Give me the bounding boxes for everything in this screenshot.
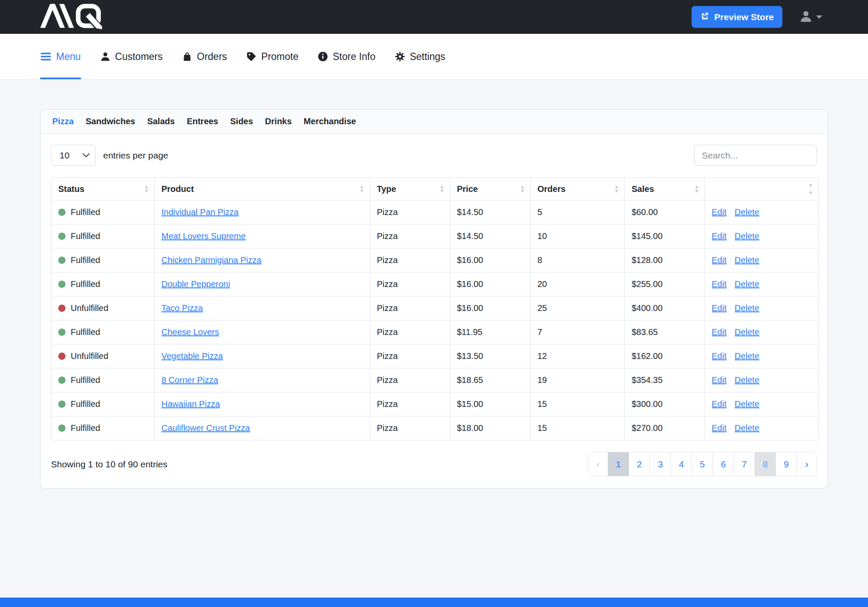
product-link[interactable]: Cauliflower Crust Pizza [161,423,250,433]
column-header-orders[interactable]: Orders▲▼ [531,178,625,200]
sales-cell: $255.00 [625,272,705,296]
sales-cell: $162.00 [625,344,705,368]
column-header-sales[interactable]: Sales▲▼ [625,178,705,200]
orders-cell: 20 [531,272,625,296]
pagination: ‹123456789› [588,452,817,476]
delete-link[interactable]: Delete [734,351,759,361]
sales-cell: $300.00 [625,392,705,416]
pagination-page-3[interactable]: 3 [650,452,671,476]
edit-link[interactable]: Edit [712,351,726,361]
delete-link[interactable]: Delete [734,255,759,265]
delete-link[interactable]: Delete [734,327,759,337]
delete-link[interactable]: Delete [734,207,759,217]
delete-link[interactable]: Delete [734,279,759,289]
edit-link[interactable]: Edit [712,207,726,217]
account-menu[interactable] [799,10,822,24]
brand-logo[interactable] [40,3,110,31]
sort-icon[interactable]: ▲▼ [439,185,444,193]
nav-item-customers[interactable]: Customers [100,34,163,79]
status-dot-icon [58,377,66,384]
pagination-next-button[interactable]: › [797,452,817,476]
sort-icon[interactable]: ▼▲ [808,182,813,195]
edit-link[interactable]: Edit [712,231,726,241]
nav-item-menu[interactable]: Menu [40,34,81,79]
edit-link[interactable]: Edit [712,303,726,313]
product-cell: Taco Pizza [155,296,370,320]
sort-icon[interactable]: ▲▼ [520,185,525,193]
product-cell: Vegetable Pizza [155,344,370,368]
delete-link[interactable]: Delete [734,303,759,313]
status-dot-icon [58,233,66,240]
price-cell: $13.50 [450,344,531,368]
price-cell: $16.00 [450,272,531,296]
status-dot-icon [58,305,66,312]
pagination-page-4[interactable]: 4 [671,452,692,476]
edit-link[interactable]: Edit [712,399,726,409]
nav-item-orders[interactable]: Orders [182,34,227,79]
sort-icon[interactable]: ▲▼ [144,185,149,193]
nav-item-promote[interactable]: Promote [246,34,298,79]
column-label: Status [58,184,84,194]
product-link[interactable]: Cheese Lovers [161,327,219,337]
tab-entrees[interactable]: Entrees [187,117,218,126]
price-cell: $14.50 [450,224,531,248]
delete-link[interactable]: Delete [734,375,759,385]
status-cell: Fulfilled [51,200,155,224]
product-link[interactable]: Chicken Parmigiana Pizza [161,255,261,265]
nav-item-settings[interactable]: Settings [395,34,445,79]
edit-link[interactable]: Edit [712,327,726,337]
delete-link[interactable]: Delete [734,399,759,409]
product-link[interactable]: Taco Pizza [161,303,203,313]
tab-pizza[interactable]: Pizza [52,117,74,126]
product-link[interactable]: Double Pepperoni [161,279,230,289]
edit-link[interactable]: Edit [712,279,726,289]
actions-cell: EditDelete [705,200,819,224]
column-header-product[interactable]: Product▲▼ [155,178,370,200]
pagination-page-7[interactable]: 7 [734,452,755,476]
pagination-page-2[interactable]: 2 [629,452,650,476]
nav-item-label: Promote [261,51,298,63]
delete-link[interactable]: Delete [734,231,759,241]
product-link[interactable]: Meat Lovers Supreme [161,231,246,241]
edit-link[interactable]: Edit [712,375,726,385]
nav-item-label: Orders [197,51,227,63]
sort-icon[interactable]: ▲▼ [614,185,619,193]
table-body: FulfilledIndividual Pan PizzaPizza$14.50… [51,200,819,440]
edit-link[interactable]: Edit [712,423,726,433]
entries-per-page-select[interactable]: 10 [51,145,96,166]
sort-icon[interactable]: ▲▼ [359,185,364,193]
products-table: Status▲▼Product▲▼Type▲▼Price▲▼Orders▲▼Sa… [51,177,819,440]
tab-sandwiches[interactable]: Sandwiches [86,117,135,126]
nav-item-store-info[interactable]: Store Info [318,34,376,79]
tab-merchandise[interactable]: Merchandise [304,117,356,126]
sort-icon[interactable]: ▲▼ [694,185,699,193]
column-header-status[interactable]: Status▲▼ [51,178,155,200]
pagination-prev-button[interactable]: ‹ [588,452,608,476]
pagination-page-8[interactable]: 8 [755,452,776,476]
pagination-page-6[interactable]: 6 [713,452,734,476]
search-input[interactable] [694,145,817,166]
product-link[interactable]: 8 Corner Pizza [161,375,218,385]
product-link[interactable]: Vegetable Pizza [161,351,223,361]
tab-salads[interactable]: Salads [147,117,175,126]
status-label: Fulfilled [71,375,100,385]
price-cell: $15.00 [450,392,531,416]
column-header-type[interactable]: Type▲▼ [370,178,450,200]
tab-drinks[interactable]: Drinks [265,117,292,126]
column-header-actions[interactable]: ▼▲ [705,178,819,200]
pagination-page-5[interactable]: 5 [692,452,713,476]
status-cell: Fulfilled [51,272,155,296]
sales-cell: $145.00 [625,224,705,248]
hamburger-icon [40,51,51,62]
preview-store-button[interactable]: Preview Store [692,6,782,28]
column-header-price[interactable]: Price▲▼ [450,178,531,200]
product-link[interactable]: Hawaiian Pizza [161,399,220,409]
pagination-page-9[interactable]: 9 [776,452,797,476]
column-label: Sales [632,184,654,194]
status-label: Fulfilled [71,231,100,241]
tab-sides[interactable]: Sides [230,117,253,126]
pagination-page-1[interactable]: 1 [608,452,629,476]
edit-link[interactable]: Edit [712,255,726,265]
product-link[interactable]: Individual Pan Pizza [161,207,239,217]
delete-link[interactable]: Delete [734,423,759,433]
